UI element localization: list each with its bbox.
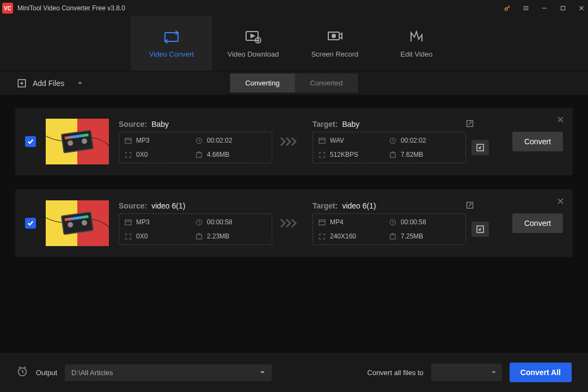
tab-converting[interactable]: Converting [230, 74, 295, 93]
target-name: Baby [342, 120, 359, 128]
tab-label: Video Convert [149, 50, 194, 58]
svg-rect-1 [561, 7, 565, 10]
footer: Output D:\All Articles Convert all files… [0, 353, 588, 392]
tab-label: Edit Video [400, 50, 432, 58]
remove-item-icon[interactable] [557, 115, 564, 125]
output-path-value: D:\All Articles [71, 369, 113, 377]
tab-label: Video Download [228, 50, 279, 58]
target-duration: 00:02:02 [389, 137, 460, 144]
file-list: Source: Baby MP3 00:02:02 0X0 4.66MB Tar… [0, 95, 588, 353]
menu-icon[interactable] [522, 4, 530, 13]
convert-icon [163, 29, 180, 45]
chevron-down-icon[interactable] [77, 79, 83, 88]
convert-button[interactable]: Convert [512, 132, 563, 151]
svg-rect-16 [125, 219, 131, 224]
tab-video-convert[interactable]: Video Convert [131, 16, 212, 71]
source-label: Source: [119, 201, 147, 210]
svg-rect-12 [319, 138, 325, 143]
source-block: Source: Baby MP3 00:02:02 0X0 4.66MB [119, 120, 272, 163]
target-duration: 00:00:58 [389, 218, 460, 226]
status-tabs: Converting Converted [230, 74, 358, 93]
title-bar: VC MiniTool Video Converter Free v3.8.0 [0, 0, 588, 16]
download-icon [244, 29, 262, 45]
remove-item-icon[interactable] [557, 197, 564, 207]
target-format: MP4 [318, 218, 389, 226]
target-label: Target: [313, 120, 338, 128]
maximize-icon[interactable] [559, 4, 567, 13]
source-block: Source: video 6(1) MP3 00:00:58 0X0 2.23… [119, 201, 272, 245]
convert-to-label: Convert all files to [367, 369, 424, 377]
source-name: Baby [151, 120, 169, 128]
main-tabs: Video Convert Video Download Screen Reco… [0, 16, 588, 71]
svg-rect-10 [197, 152, 201, 157]
file-card: Source: Baby MP3 00:02:02 0X0 4.66MB Tar… [15, 108, 573, 175]
key-icon[interactable] [503, 4, 512, 13]
target-resolution: 512KBPS [318, 151, 389, 158]
svg-rect-14 [390, 152, 395, 157]
thumbnail [46, 200, 109, 246]
add-files-label: Add Files [33, 79, 64, 88]
file-card: Source: video 6(1) MP3 00:00:58 0X0 2.23… [15, 189, 573, 257]
target-resolution: 240X160 [318, 232, 389, 240]
toolbar: Add Files Converting Converted [0, 71, 588, 95]
thumbnail [46, 119, 109, 164]
output-label: Output [36, 369, 57, 377]
source-duration: 00:00:58 [195, 218, 266, 226]
target-block: Target: video 6(1) MP4 00:00:58 240X160 … [313, 201, 489, 245]
svg-rect-8 [125, 138, 131, 143]
arrow-icon [280, 136, 305, 148]
source-size: 2.23MB [195, 232, 266, 240]
tab-edit-video[interactable]: Edit Video [376, 16, 457, 71]
convert-button[interactable]: Convert [512, 213, 563, 233]
source-format: MP3 [125, 218, 195, 226]
source-size: 4.66MB [195, 151, 266, 158]
source-duration: 00:02:02 [195, 137, 266, 144]
target-name: video 6(1) [342, 201, 376, 210]
add-files-button[interactable]: Add Files [16, 78, 83, 89]
edit-icon [408, 29, 425, 45]
source-name: video 6(1) [151, 201, 185, 210]
target-format: WAV [318, 137, 389, 144]
target-settings-button[interactable] [471, 140, 489, 155]
svg-rect-18 [197, 234, 201, 238]
source-resolution: 0X0 [125, 232, 195, 240]
svg-point-6 [332, 34, 335, 38]
minimize-icon[interactable] [540, 4, 549, 13]
source-label: Source: [119, 120, 147, 128]
app-logo: VC [2, 3, 13, 14]
chevron-down-icon [260, 369, 265, 377]
window-controls [503, 4, 586, 13]
source-format: MP3 [125, 137, 195, 144]
tab-converted[interactable]: Converted [295, 74, 358, 93]
schedule-icon[interactable] [16, 365, 28, 379]
chevron-down-icon [491, 367, 497, 377]
edit-target-icon[interactable] [466, 201, 474, 211]
source-resolution: 0X0 [125, 151, 195, 158]
svg-rect-22 [390, 234, 395, 238]
target-settings-button[interactable] [471, 222, 489, 237]
checkbox[interactable] [25, 218, 36, 229]
target-format-select[interactable] [431, 364, 502, 381]
tab-label: Screen Record [311, 50, 359, 58]
app-title: MiniTool Video Converter Free v3.8.0 [17, 4, 503, 12]
convert-all-button[interactable]: Convert All [510, 363, 572, 382]
target-size: 7.62MB [389, 151, 460, 158]
tab-video-download[interactable]: Video Download [212, 16, 294, 71]
checkbox[interactable] [25, 136, 36, 147]
svg-rect-20 [319, 219, 325, 224]
record-icon [326, 29, 344, 45]
target-block: Target: Baby WAV 00:02:02 512KBPS 7.62MB [313, 120, 489, 163]
tab-screen-record[interactable]: Screen Record [294, 16, 376, 71]
target-size: 7.25MB [389, 232, 460, 240]
arrow-icon [280, 217, 305, 229]
output-path-select[interactable]: D:\All Articles [65, 364, 272, 381]
edit-target-icon[interactable] [466, 120, 474, 129]
close-icon[interactable] [577, 4, 586, 13]
target-label: Target: [313, 201, 338, 210]
